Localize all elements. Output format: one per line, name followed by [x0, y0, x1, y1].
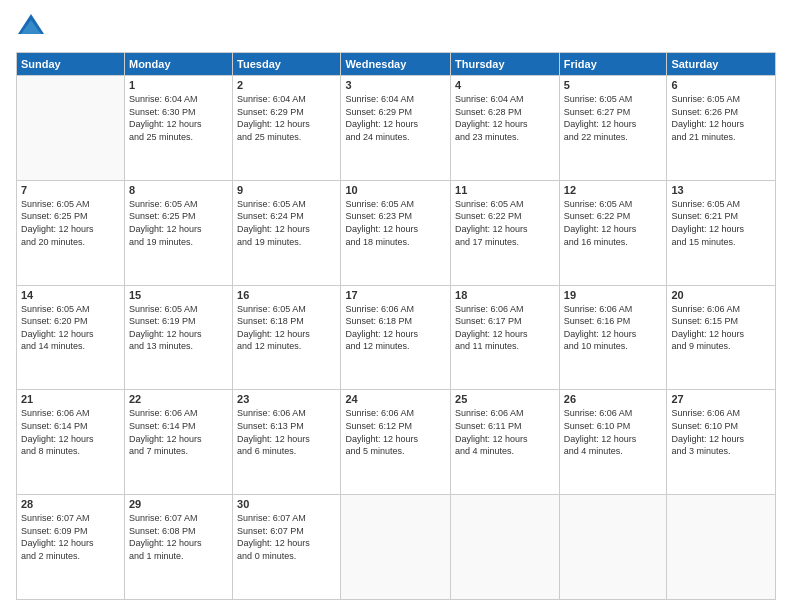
day-header-monday: Monday — [124, 53, 232, 76]
day-number: 28 — [21, 498, 120, 510]
calendar-cell: 30Sunrise: 6:07 AMSunset: 6:07 PMDayligh… — [233, 495, 341, 600]
day-number: 2 — [237, 79, 336, 91]
day-info: Sunrise: 6:05 AMSunset: 6:26 PMDaylight:… — [671, 93, 771, 143]
day-info: Sunrise: 6:05 AMSunset: 6:19 PMDaylight:… — [129, 303, 228, 353]
day-number: 22 — [129, 393, 228, 405]
day-info: Sunrise: 6:06 AMSunset: 6:13 PMDaylight:… — [237, 407, 336, 457]
day-info: Sunrise: 6:06 AMSunset: 6:11 PMDaylight:… — [455, 407, 555, 457]
day-info: Sunrise: 6:04 AMSunset: 6:30 PMDaylight:… — [129, 93, 228, 143]
day-info: Sunrise: 6:05 AMSunset: 6:22 PMDaylight:… — [564, 198, 663, 248]
calendar-cell: 12Sunrise: 6:05 AMSunset: 6:22 PMDayligh… — [559, 180, 667, 285]
calendar-cell: 3Sunrise: 6:04 AMSunset: 6:29 PMDaylight… — [341, 76, 451, 181]
calendar-cell: 15Sunrise: 6:05 AMSunset: 6:19 PMDayligh… — [124, 285, 232, 390]
week-row-1: 1Sunrise: 6:04 AMSunset: 6:30 PMDaylight… — [17, 76, 776, 181]
calendar-cell: 16Sunrise: 6:05 AMSunset: 6:18 PMDayligh… — [233, 285, 341, 390]
day-header-sunday: Sunday — [17, 53, 125, 76]
calendar-cell: 17Sunrise: 6:06 AMSunset: 6:18 PMDayligh… — [341, 285, 451, 390]
day-info: Sunrise: 6:05 AMSunset: 6:22 PMDaylight:… — [455, 198, 555, 248]
day-info: Sunrise: 6:06 AMSunset: 6:16 PMDaylight:… — [564, 303, 663, 353]
day-info: Sunrise: 6:06 AMSunset: 6:18 PMDaylight:… — [345, 303, 446, 353]
calendar-cell: 2Sunrise: 6:04 AMSunset: 6:29 PMDaylight… — [233, 76, 341, 181]
day-info: Sunrise: 6:07 AMSunset: 6:08 PMDaylight:… — [129, 512, 228, 562]
calendar-cell — [17, 76, 125, 181]
calendar-cell: 24Sunrise: 6:06 AMSunset: 6:12 PMDayligh… — [341, 390, 451, 495]
calendar-cell: 20Sunrise: 6:06 AMSunset: 6:15 PMDayligh… — [667, 285, 776, 390]
calendar-cell: 8Sunrise: 6:05 AMSunset: 6:25 PMDaylight… — [124, 180, 232, 285]
day-number: 24 — [345, 393, 446, 405]
day-number: 8 — [129, 184, 228, 196]
day-info: Sunrise: 6:04 AMSunset: 6:29 PMDaylight:… — [345, 93, 446, 143]
day-number: 23 — [237, 393, 336, 405]
calendar-cell: 18Sunrise: 6:06 AMSunset: 6:17 PMDayligh… — [451, 285, 560, 390]
calendar-cell: 23Sunrise: 6:06 AMSunset: 6:13 PMDayligh… — [233, 390, 341, 495]
day-number: 20 — [671, 289, 771, 301]
day-info: Sunrise: 6:05 AMSunset: 6:23 PMDaylight:… — [345, 198, 446, 248]
day-info: Sunrise: 6:06 AMSunset: 6:14 PMDaylight:… — [21, 407, 120, 457]
day-number: 6 — [671, 79, 771, 91]
day-number: 14 — [21, 289, 120, 301]
calendar-cell: 26Sunrise: 6:06 AMSunset: 6:10 PMDayligh… — [559, 390, 667, 495]
day-number: 5 — [564, 79, 663, 91]
calendar-cell: 14Sunrise: 6:05 AMSunset: 6:20 PMDayligh… — [17, 285, 125, 390]
calendar-cell: 21Sunrise: 6:06 AMSunset: 6:14 PMDayligh… — [17, 390, 125, 495]
day-info: Sunrise: 6:06 AMSunset: 6:14 PMDaylight:… — [129, 407, 228, 457]
day-info: Sunrise: 6:04 AMSunset: 6:28 PMDaylight:… — [455, 93, 555, 143]
day-number: 17 — [345, 289, 446, 301]
day-header-saturday: Saturday — [667, 53, 776, 76]
day-number: 30 — [237, 498, 336, 510]
day-header-tuesday: Tuesday — [233, 53, 341, 76]
calendar-cell: 19Sunrise: 6:06 AMSunset: 6:16 PMDayligh… — [559, 285, 667, 390]
day-info: Sunrise: 6:05 AMSunset: 6:20 PMDaylight:… — [21, 303, 120, 353]
day-number: 25 — [455, 393, 555, 405]
calendar-cell: 5Sunrise: 6:05 AMSunset: 6:27 PMDaylight… — [559, 76, 667, 181]
day-number: 3 — [345, 79, 446, 91]
week-row-5: 28Sunrise: 6:07 AMSunset: 6:09 PMDayligh… — [17, 495, 776, 600]
day-number: 21 — [21, 393, 120, 405]
day-info: Sunrise: 6:05 AMSunset: 6:24 PMDaylight:… — [237, 198, 336, 248]
calendar-header-row: SundayMondayTuesdayWednesdayThursdayFrid… — [17, 53, 776, 76]
day-number: 19 — [564, 289, 663, 301]
day-info: Sunrise: 6:05 AMSunset: 6:18 PMDaylight:… — [237, 303, 336, 353]
logo — [16, 12, 50, 42]
calendar-cell — [559, 495, 667, 600]
day-info: Sunrise: 6:06 AMSunset: 6:10 PMDaylight:… — [671, 407, 771, 457]
calendar-cell: 13Sunrise: 6:05 AMSunset: 6:21 PMDayligh… — [667, 180, 776, 285]
calendar-cell: 4Sunrise: 6:04 AMSunset: 6:28 PMDaylight… — [451, 76, 560, 181]
day-info: Sunrise: 6:07 AMSunset: 6:07 PMDaylight:… — [237, 512, 336, 562]
calendar-cell: 27Sunrise: 6:06 AMSunset: 6:10 PMDayligh… — [667, 390, 776, 495]
day-info: Sunrise: 6:05 AMSunset: 6:21 PMDaylight:… — [671, 198, 771, 248]
day-number: 12 — [564, 184, 663, 196]
day-info: Sunrise: 6:06 AMSunset: 6:15 PMDaylight:… — [671, 303, 771, 353]
calendar-cell: 28Sunrise: 6:07 AMSunset: 6:09 PMDayligh… — [17, 495, 125, 600]
week-row-2: 7Sunrise: 6:05 AMSunset: 6:25 PMDaylight… — [17, 180, 776, 285]
day-info: Sunrise: 6:06 AMSunset: 6:12 PMDaylight:… — [345, 407, 446, 457]
day-number: 7 — [21, 184, 120, 196]
day-number: 4 — [455, 79, 555, 91]
day-number: 11 — [455, 184, 555, 196]
calendar-cell: 11Sunrise: 6:05 AMSunset: 6:22 PMDayligh… — [451, 180, 560, 285]
day-info: Sunrise: 6:05 AMSunset: 6:25 PMDaylight:… — [21, 198, 120, 248]
calendar-cell: 10Sunrise: 6:05 AMSunset: 6:23 PMDayligh… — [341, 180, 451, 285]
day-info: Sunrise: 6:07 AMSunset: 6:09 PMDaylight:… — [21, 512, 120, 562]
day-number: 16 — [237, 289, 336, 301]
calendar-cell: 29Sunrise: 6:07 AMSunset: 6:08 PMDayligh… — [124, 495, 232, 600]
day-header-friday: Friday — [559, 53, 667, 76]
calendar-cell — [451, 495, 560, 600]
calendar-table: SundayMondayTuesdayWednesdayThursdayFrid… — [16, 52, 776, 600]
day-number: 10 — [345, 184, 446, 196]
page: SundayMondayTuesdayWednesdayThursdayFrid… — [0, 0, 792, 612]
calendar-cell: 22Sunrise: 6:06 AMSunset: 6:14 PMDayligh… — [124, 390, 232, 495]
calendar-cell: 6Sunrise: 6:05 AMSunset: 6:26 PMDaylight… — [667, 76, 776, 181]
logo-icon — [16, 12, 46, 42]
day-info: Sunrise: 6:06 AMSunset: 6:17 PMDaylight:… — [455, 303, 555, 353]
calendar-cell — [667, 495, 776, 600]
calendar-cell: 9Sunrise: 6:05 AMSunset: 6:24 PMDaylight… — [233, 180, 341, 285]
calendar-cell: 7Sunrise: 6:05 AMSunset: 6:25 PMDaylight… — [17, 180, 125, 285]
day-info: Sunrise: 6:04 AMSunset: 6:29 PMDaylight:… — [237, 93, 336, 143]
day-number: 26 — [564, 393, 663, 405]
day-number: 27 — [671, 393, 771, 405]
week-row-3: 14Sunrise: 6:05 AMSunset: 6:20 PMDayligh… — [17, 285, 776, 390]
calendar-body: 1Sunrise: 6:04 AMSunset: 6:30 PMDaylight… — [17, 76, 776, 600]
day-number: 13 — [671, 184, 771, 196]
day-number: 18 — [455, 289, 555, 301]
